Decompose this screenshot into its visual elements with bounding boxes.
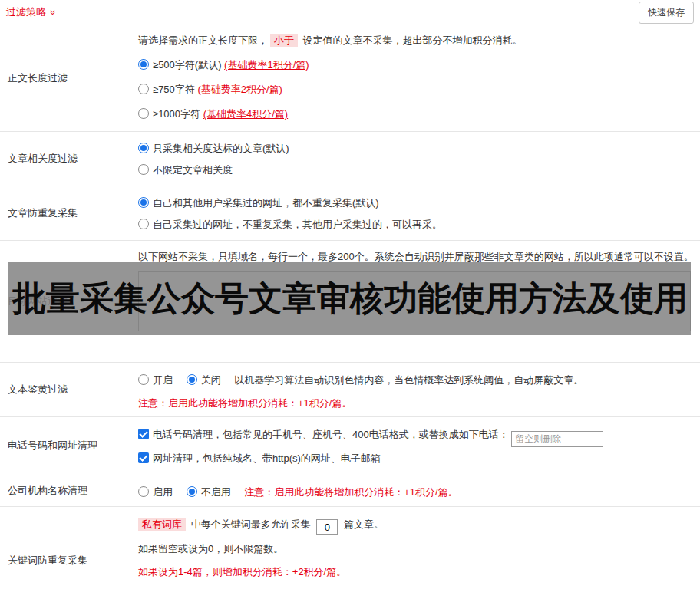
watermark-banner: 批量采集公众号文章审核功能使用方法及使用 [8, 262, 691, 335]
option-label: ≥1000字符 [153, 108, 203, 120]
option-label: 自己采集过的网址，不重复采集，其他用户采集过的，可以再采。 [153, 219, 442, 230]
radio-option-dedup-all[interactable]: 自己和其他用户采集过的网址，都不重复采集(默认) [138, 192, 694, 214]
radio-icon[interactable] [138, 374, 149, 385]
row-porn-filter-label: 文本鉴黄过滤 [0, 363, 138, 416]
keyword-count-input[interactable] [316, 519, 338, 535]
row-content-length-label: 正文长度过滤 [0, 25, 138, 131]
row-content-length-body: 请选择需求的正文长度下限，小于 设定值的文章不采集，超出部分不增加积分消耗。 ≥… [138, 25, 700, 131]
radio-option-porn-off[interactable]: 关闭 [187, 374, 224, 386]
option-label: 启用 [153, 486, 173, 498]
radio-icon[interactable] [138, 219, 149, 229]
radio-option-company-on[interactable]: 启用 [138, 486, 176, 498]
row-company-cleanup-body: 启用 不启用 注意：启用此功能将增加积分消耗：+1积分/篇。 [138, 475, 700, 506]
radio-option-750[interactable]: ≥750字符 (基础费率2积分/篇) [138, 77, 694, 102]
radio-icon[interactable] [138, 143, 149, 153]
radio-icon[interactable] [138, 164, 149, 175]
option-label: 自己和其他用户采集过的网址，都不重复采集(默认) [153, 197, 379, 209]
desc-before: 请选择需求的正文长度下限， [138, 35, 268, 46]
row-phone-url-body: 电话号码清理，包括常见的手机号、座机号、400电话格式，或替换成如下电话： 网址… [138, 417, 700, 475]
fee-note: (基础费率2积分/篇) [197, 84, 282, 95]
row-phone-url: 电话号码和网址清理 电话号码清理，包括常见的手机号、座机号、400电话格式，或替… [0, 417, 700, 475]
keyword-line1-end: 篇文章。 [344, 518, 384, 530]
radio-option-relevance-only[interactable]: 只采集相关度达标的文章(默认) [138, 138, 694, 160]
option-label: 只采集相关度达标的文章(默认) [153, 143, 289, 154]
option-label: ≥750字符 [153, 84, 197, 95]
private-lexicon-badge: 私有词库 [138, 518, 186, 531]
porn-filter-desc: 以机器学习算法自动识别色情内容，当色情概率达到系统阈值，自动屏蔽文章。 [234, 374, 583, 386]
checkbox-icon[interactable] [138, 452, 149, 463]
fee-note: (基础费率1积分/篇) [224, 59, 309, 71]
less-than-highlight: 小于 [270, 34, 298, 47]
row-porn-filter-body: 开启 关闭 以机器学习算法自动识别色情内容，当色情概率达到系统阈值，自动屏蔽文章… [138, 363, 700, 416]
row-dedup-body: 自己和其他用户采集过的网址，都不重复采集(默认) 自己采集过的网址，不重复采集，… [138, 186, 700, 240]
radio-icon[interactable] [138, 108, 149, 119]
radio-option-1000[interactable]: ≥1000字符 (基础费率4积分/篇) [138, 102, 694, 127]
option-label: 关闭 [201, 374, 221, 386]
radio-option-relevance-any[interactable]: 不限定文章相关度 [138, 160, 694, 181]
filter-strategy-page: 过滤策略 » 快速保存 正文长度过滤 请选择需求的正文长度下限，小于 设定值的文… [0, 0, 700, 589]
replacement-phone-input[interactable] [511, 431, 603, 447]
radio-option-company-off[interactable]: 不启用 [187, 486, 234, 498]
option-label: 电话号码清理，包括常见的手机号、座机号、400电话格式，或替换成如下电话： [153, 429, 509, 440]
chevron-down-icon: » [48, 10, 58, 15]
row-relevance: 文章相关度过滤 只采集相关度达标的文章(默认) 不限定文章相关度 [0, 132, 700, 186]
option-label: ≥500字符(默认) [153, 59, 224, 71]
row-content-length: 正文长度过滤 请选择需求的正文长度下限，小于 设定值的文章不采集，超出部分不增加… [0, 25, 700, 132]
desc-after: 设定值的文章不采集，超出部分不增加积分消耗。 [300, 35, 523, 46]
keyword-line2: 如果留空或设为0，则不限篇数。 [138, 541, 694, 558]
option-label: 网址清理，包括纯域名、带http(s)的网址、电子邮箱 [153, 452, 381, 464]
row-relevance-label: 文章相关度过滤 [0, 132, 138, 186]
row-phone-url-label: 电话号码和网址清理 [0, 417, 138, 475]
checkbox-phone-cleanup[interactable]: 电话号码清理，包括常见的手机号、座机号、400电话格式，或替换成如下电话： [138, 429, 511, 440]
row-company-cleanup-label: 公司机构名称清理 [0, 475, 138, 506]
checkbox-icon[interactable] [138, 429, 149, 439]
row-company-cleanup: 公司机构名称清理 启用 不启用 注意：启用此功能将增加积分消耗：+1积分/篇。 [0, 475, 700, 507]
row-dedup: 文章防重复采集 自己和其他用户采集过的网址，都不重复采集(默认) 自己采集过的网… [0, 186, 700, 241]
page-title-text: 过滤策略 [6, 6, 46, 18]
option-label: 不启用 [201, 486, 231, 498]
option-label: 不限定文章相关度 [153, 164, 233, 176]
radio-option-dedup-self[interactable]: 自己采集过的网址，不重复采集，其他用户采集过的，可以再采。 [138, 214, 694, 235]
radio-option-500[interactable]: ≥500字符(默认) (基础费率1积分/篇) [138, 53, 694, 77]
keyword-line1-mid: 中每个关键词最多允许采集 [191, 518, 311, 530]
row-porn-filter: 文本鉴黄过滤 开启 关闭 以机器学习算法自动识别色情内容，当色情概率达到系统阈值… [0, 363, 700, 417]
row-keyword-dedup-label: 关键词防重复采集 [0, 507, 138, 589]
option-label: 开启 [153, 374, 173, 386]
radio-icon[interactable] [138, 486, 149, 497]
fee-note: (基础费率4积分/篇) [203, 108, 289, 120]
checkbox-url-cleanup[interactable]: 网址清理，包括纯域名、带http(s)的网址、电子邮箱 [138, 452, 381, 464]
row-keyword-dedup-body: 私有词库 中每个关键词最多允许采集 篇文章。 如果留空或设为0，则不限篇数。 如… [138, 507, 700, 589]
header: 过滤策略 » 快速保存 [0, 0, 700, 25]
radio-icon[interactable] [187, 486, 197, 497]
page-title[interactable]: 过滤策略 » [6, 5, 55, 19]
radio-option-porn-on[interactable]: 开启 [138, 374, 176, 386]
row-keyword-dedup: 关键词防重复采集 私有词库 中每个关键词最多允许采集 篇文章。 如果留空或设为0… [0, 507, 700, 589]
radio-icon[interactable] [138, 84, 149, 94]
row-relevance-body: 只采集相关度达标的文章(默认) 不限定文章相关度 [138, 132, 700, 186]
quick-save-button[interactable]: 快速保存 [639, 2, 694, 24]
company-warning: 注意：启用此功能将增加积分消耗：+1积分/篇。 [244, 486, 457, 498]
keyword-line3: 如果设为1-4篇，则增加积分消耗：+2积分/篇。 [138, 564, 694, 581]
porn-filter-warning: 注意：启用此功能将增加积分消耗：+1积分/篇。 [138, 395, 694, 412]
radio-icon[interactable] [138, 59, 149, 70]
radio-icon[interactable] [138, 197, 149, 208]
content-length-desc: 请选择需求的正文长度下限，小于 设定值的文章不采集，超出部分不增加积分消耗。 [138, 33, 694, 48]
radio-icon[interactable] [187, 374, 197, 385]
row-dedup-label: 文章防重复采集 [0, 186, 138, 240]
